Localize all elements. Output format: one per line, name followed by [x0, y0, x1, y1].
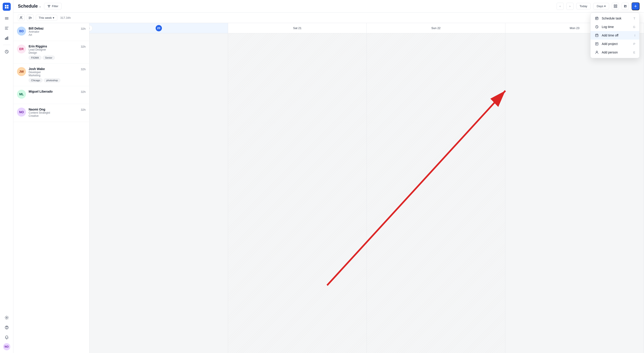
app-logo[interactable]	[3, 3, 11, 11]
person-tag: Senior	[43, 56, 55, 60]
calendar-person-cell[interactable]	[505, 87, 644, 105]
calendar-person-cell[interactable]	[367, 69, 505, 87]
svg-rect-1	[7, 5, 8, 7]
person-tag: FIGMA	[28, 56, 41, 60]
sidebar-list-icon[interactable]	[3, 24, 11, 32]
add-button[interactable]: +	[632, 2, 640, 10]
calendar-person-cell[interactable]	[367, 87, 505, 105]
person-row[interactable]: ML Miguel Liberado 32h	[14, 86, 89, 104]
svg-rect-21	[616, 5, 617, 6]
person-dept: Creative	[28, 114, 78, 117]
add-person-icon	[20, 16, 23, 19]
svg-point-46	[596, 51, 598, 52]
person-row[interactable]: ER Erin Riggins Lead Designer Design FIG…	[14, 41, 89, 64]
person-row[interactable]: JW Josh Wake Developer Marketing Chicago…	[14, 64, 89, 86]
menu-item-label: Schedule task	[602, 17, 622, 20]
svg-rect-0	[5, 5, 6, 7]
svg-rect-3	[7, 7, 8, 9]
svg-rect-11	[6, 37, 7, 40]
calendar-day-column	[505, 33, 644, 353]
person-role: Content Strategist	[28, 111, 78, 114]
calendar-person-cell[interactable]	[90, 105, 228, 123]
menu-item-add-time-off[interactable]: Add time off I	[590, 31, 639, 40]
prev-nav-button[interactable]: ‹	[556, 3, 564, 10]
calendar-person-cell[interactable]	[228, 105, 366, 123]
svg-rect-23	[616, 7, 617, 8]
next-nav-button[interactable]: ›	[566, 3, 574, 10]
menu-item-shortcut: I	[634, 34, 635, 37]
bell-icon[interactable]	[3, 333, 11, 341]
person-name: Bill Debaz	[28, 27, 78, 30]
person-name: Miguel Liberado	[28, 90, 78, 93]
user-avatar[interactable]: NO	[3, 343, 10, 350]
sort-toolbar-button[interactable]	[27, 14, 34, 21]
calendar-person-cell[interactable]	[367, 33, 505, 51]
person-dept: Art	[28, 33, 78, 37]
calendar-person-cell[interactable]	[228, 69, 366, 87]
export-icon	[624, 5, 627, 8]
menu-item-shortcut: G	[633, 25, 635, 29]
person-info: Erin Riggins Lead Designer Design FIGMAS…	[28, 45, 78, 60]
person-info: Bill Debaz Animator Art	[28, 27, 78, 37]
person-row[interactable]: BD Bill Debaz Animator Art 32h	[14, 23, 89, 41]
sidebar-divider	[3, 45, 10, 45]
menu-item-log-time[interactable]: Log time G	[590, 23, 639, 31]
page-title: Schedule ⌄	[18, 4, 41, 9]
person-hours: 32h	[81, 27, 86, 31]
calendar-person-cell[interactable]	[367, 51, 505, 69]
sort-icon	[28, 16, 32, 19]
menu-item-add-person[interactable]: Add person E	[590, 48, 639, 57]
calendar-person-cell[interactable]	[228, 51, 366, 69]
menu-item-add-project[interactable]: Add project P	[590, 40, 639, 48]
calendar-person-cell[interactable]	[228, 33, 366, 51]
calendar-person-cell[interactable]	[505, 105, 644, 123]
calendar-person-cell[interactable]	[90, 69, 228, 87]
day-label: Sat 21	[293, 27, 302, 30]
view-toggle-button[interactable]	[612, 3, 619, 10]
svg-rect-22	[614, 7, 615, 8]
person-row[interactable]: NO Naomi Ong Content Strategist Creative…	[14, 104, 89, 122]
calendar-person-cell[interactable]	[90, 87, 228, 105]
calendar-day-header: Sun 22	[367, 23, 505, 33]
calendar-day-column	[228, 33, 367, 353]
calendar-person-cell[interactable]	[367, 105, 505, 123]
day-label: Mon 23	[570, 27, 580, 30]
settings-icon[interactable]	[3, 314, 11, 322]
svg-rect-20	[614, 5, 615, 6]
sidebar-menu-icon[interactable]	[3, 14, 11, 22]
sidebar: NO	[0, 0, 14, 353]
person-info: Josh Wake Developer Marketing Chicagopho…	[28, 67, 78, 82]
person-role: Developer	[28, 71, 78, 74]
sidebar-clock-icon[interactable]	[3, 48, 11, 56]
calendar-person-cell[interactable]	[505, 69, 644, 87]
calendar-person-cell[interactable]	[90, 51, 228, 69]
export-button[interactable]	[622, 3, 629, 10]
menu-item-shortcut: E	[633, 51, 635, 54]
calendar-day-header: Sat 21	[228, 23, 367, 33]
calendar-day-header: ‹ 20	[90, 23, 228, 33]
calendar-prev-button[interactable]: ‹	[90, 25, 92, 31]
menu-item-schedule-task[interactable]: Schedule task T	[590, 14, 639, 23]
add-label: +	[634, 3, 637, 9]
week-chevron-icon: ▾	[53, 16, 54, 20]
header: Schedule ⌄ Filter ‹ › Today Days ▾	[14, 0, 644, 13]
week-selector[interactable]: This week ▾	[36, 15, 57, 21]
help-icon[interactable]	[3, 323, 11, 331]
clock-menu-icon	[594, 25, 599, 29]
sidebar-chart-icon[interactable]	[3, 34, 11, 42]
svg-rect-10	[5, 38, 6, 40]
sidebar-bottom: NO	[3, 314, 11, 350]
calendar-day-column	[90, 33, 228, 353]
svg-rect-32	[596, 17, 598, 20]
title-chevron-icon[interactable]: ⌄	[39, 5, 41, 8]
svg-rect-39	[596, 34, 598, 37]
calendar-person-cell[interactable]	[90, 33, 228, 51]
calendar-person-cell[interactable]	[228, 87, 366, 105]
today-button[interactable]: Today	[576, 3, 591, 10]
days-button[interactable]: Days ▾	[593, 3, 609, 10]
add-person-toolbar-button[interactable]	[18, 14, 24, 21]
svg-rect-43	[596, 43, 598, 45]
menu-item-label: Add time off	[602, 34, 618, 37]
filter-button[interactable]: Filter	[44, 3, 62, 10]
toolbar: This week ▾ 317.34h	[14, 13, 644, 23]
